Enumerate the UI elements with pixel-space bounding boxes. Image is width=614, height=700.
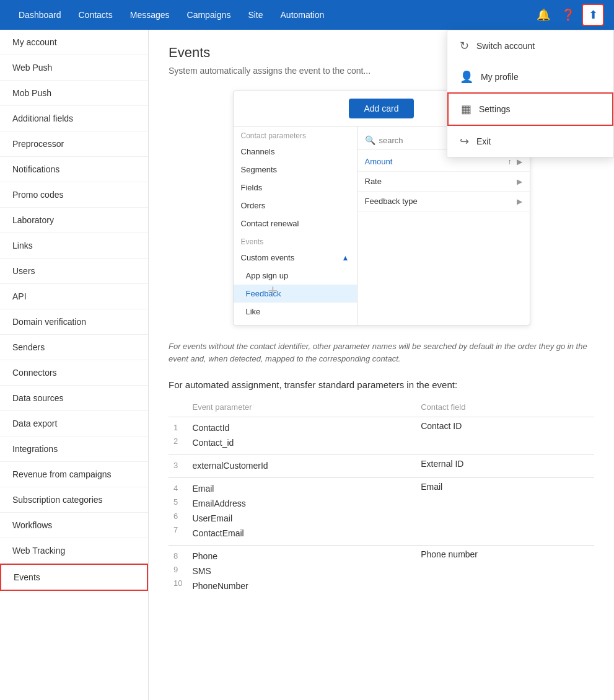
card-list-app-sign-up[interactable]: App sign up [234, 267, 357, 285]
rate-label: Rate [365, 177, 382, 186]
sidebar-item-users[interactable]: Users [0, 259, 148, 284]
sidebar-item-senders[interactable]: Senders [0, 335, 148, 360]
sidebar-item-data-export[interactable]: Data export [0, 411, 148, 436]
dropdown-switch-account[interactable]: ↻ Switch account [447, 30, 613, 61]
top-navigation: Dashboard Contacts Messages Campaigns Si… [0, 0, 614, 30]
table-row: 8910 PhoneSMSPhoneNumber Phone number [169, 546, 594, 598]
sidebar-item-mob-push[interactable]: Mob Push [0, 81, 148, 106]
amount-label: Amount [365, 157, 393, 166]
search-icon: 🔍 [365, 135, 375, 145]
card-list-like[interactable]: Like [234, 303, 357, 321]
card-left-panel: Contact parameters Channels Segments Fie… [234, 126, 357, 325]
nav-item-contacts[interactable]: Contacts [70, 0, 121, 30]
notifications-icon[interactable]: 🔔 [532, 4, 555, 26]
params-table: Event parameter Contact field 12 Contact… [169, 400, 594, 597]
events-section-header: Events [234, 233, 357, 249]
nav-item-messages[interactable]: Messages [121, 0, 178, 30]
sidebar: My account Web Push Mob Push Additional … [0, 30, 149, 700]
exit-icon: ↪ [460, 135, 469, 148]
params-title: For automated assignment, transfer stand… [169, 379, 594, 390]
dropdown-my-profile[interactable]: 👤 My profile [447, 61, 613, 92]
sidebar-item-data-sources[interactable]: Data sources [0, 386, 148, 411]
event-param-header: Event parameter [187, 400, 416, 417]
sidebar-item-preprocessor[interactable]: Preprocessor [0, 131, 148, 157]
settings-icon: ▦ [461, 102, 471, 116]
collapse-icon: ▲ [342, 254, 349, 262]
card-list-add-friends[interactable]: Add friends [234, 321, 357, 325]
switch-account-icon: ↻ [460, 39, 469, 53]
switch-account-label: Switch account [476, 41, 535, 51]
card-list-custom-events[interactable]: Custom events ▲ [234, 249, 357, 267]
col-num-header [169, 400, 187, 417]
sidebar-item-workflows[interactable]: Workflows [0, 513, 148, 538]
table-row: 12 ContactIdContact_id Contact ID [169, 417, 594, 454]
card-right-rate[interactable]: Rate ▶ [357, 172, 530, 192]
sidebar-item-integrations[interactable]: Integrations [0, 436, 148, 462]
sidebar-item-additional-fields[interactable]: Additional fields [0, 106, 148, 131]
rate-chevron-icon: ▶ [517, 177, 522, 186]
cursor-icon: ↑ [508, 157, 512, 166]
feedback-type-label: Feedback type [365, 197, 418, 206]
contact-params-section-header: Contact parameters [234, 126, 357, 143]
dropdown-exit[interactable]: ↪ Exit [447, 126, 613, 157]
sidebar-item-api[interactable]: API [0, 284, 148, 309]
italic-note: For events without the contact identifie… [169, 340, 594, 365]
card-list-orders[interactable]: Orders [234, 197, 357, 215]
account-dropdown: ↻ Switch account 👤 My profile ▦ Settings… [447, 30, 614, 157]
table-row: 3 externalCustomerId External ID [169, 455, 594, 477]
sidebar-item-connectors[interactable]: Connectors [0, 360, 148, 386]
contact-field-header: Contact field [416, 400, 594, 417]
plus-decoration-2: + [268, 281, 278, 301]
help-icon[interactable]: ❓ [557, 4, 579, 26]
nav-item-campaigns[interactable]: Campaigns [178, 0, 240, 30]
sidebar-item-promo-codes[interactable]: Promo codes [0, 182, 148, 208]
card-list-fields[interactable]: Fields [234, 179, 357, 197]
nav-item-dashboard[interactable]: Dashboard [10, 0, 70, 30]
my-profile-label: My profile [481, 72, 519, 82]
exit-label: Exit [476, 136, 491, 146]
sidebar-item-revenue[interactable]: Revenue from campaigns [0, 462, 148, 487]
nav-item-site[interactable]: Site [239, 0, 271, 30]
sidebar-item-notifications[interactable]: Notifications [0, 157, 148, 182]
sidebar-item-subscription-categories[interactable]: Subscription categories [0, 487, 148, 513]
sidebar-item-web-push[interactable]: Web Push [0, 55, 148, 81]
card-list-segments[interactable]: Segments [234, 161, 357, 179]
sidebar-item-my-account[interactable]: My account [0, 30, 148, 55]
settings-label: Settings [479, 104, 511, 114]
card-list-contact-renewal[interactable]: Contact renewal [234, 215, 357, 233]
account-menu-icon[interactable]: ⬆ [582, 4, 604, 26]
amount-chevron-icon: ▶ [517, 157, 522, 166]
sidebar-item-web-tracking[interactable]: Web Tracking [0, 538, 148, 564]
dropdown-settings[interactable]: ▦ Settings [447, 92, 613, 126]
sidebar-item-events[interactable]: Events [0, 564, 148, 591]
add-card-button[interactable]: Add card [349, 99, 413, 118]
sidebar-item-laboratory[interactable]: Laboratory [0, 208, 148, 233]
sidebar-item-links[interactable]: Links [0, 233, 148, 259]
feedback-type-chevron-icon: ▶ [517, 197, 522, 206]
table-row: 4567 EmailEmailAddressUserEmailContactEm… [169, 478, 594, 545]
profile-icon: 👤 [460, 70, 473, 84]
card-right-feedback-type[interactable]: Feedback type ▶ [357, 192, 530, 211]
card-list-feedback[interactable]: Feedback [234, 285, 357, 303]
card-list-channels[interactable]: Channels [234, 143, 357, 161]
sidebar-item-domain-verification[interactable]: Domain verification [0, 309, 148, 335]
nav-item-automation[interactable]: Automation [272, 0, 333, 30]
